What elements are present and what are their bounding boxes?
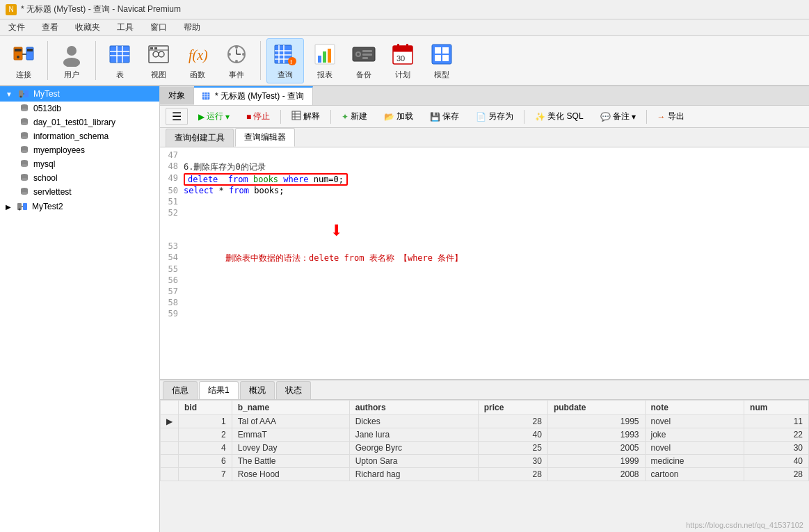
sidebar-db-information[interactable]: information_schema: [0, 129, 159, 143]
editor-line-57: 57: [163, 287, 806, 298]
query-tab-icon: [202, 92, 212, 101]
backup-icon: [351, 42, 376, 67]
tab-query-label: * 无标题 (MyTest) - 查询: [215, 90, 304, 102]
toolbar-view[interactable]: 视图: [141, 39, 177, 83]
col-header-num[interactable]: num: [744, 401, 809, 415]
toolbar-query[interactable]: ! 查询: [266, 38, 304, 83]
new-button[interactable]: ✦ 新建: [335, 108, 374, 124]
tab-bar: 对象 * 无标题 (MyTest) - 查询: [160, 86, 809, 106]
results-tab-result1[interactable]: 结果1: [199, 381, 239, 399]
cell-authors: George Byrc: [349, 442, 478, 455]
db-icon-information: [19, 131, 29, 141]
results-tab-info[interactable]: 信息: [163, 381, 198, 399]
results-tab-status-label: 状态: [285, 385, 302, 395]
results-table: bid b_name authors price pubdate note nu…: [160, 400, 809, 481]
editor-line-59: 59: [163, 309, 806, 320]
table-row: 7 Rose Hood Richard hag 28 2008 cartoon …: [161, 468, 809, 481]
sidebar-db-school[interactable]: school: [0, 171, 159, 185]
menu-window[interactable]: 窗口: [147, 20, 170, 35]
main-toolbar: 连接 用户 表: [0, 36, 809, 86]
toolbar-backup[interactable]: 备份: [346, 39, 382, 83]
results-tab-status[interactable]: 状态: [276, 381, 311, 399]
col-header-bid[interactable]: bid: [179, 401, 232, 415]
svg-point-72: [21, 136, 28, 139]
toolbar-model[interactable]: 模型: [424, 39, 460, 83]
comment-button[interactable]: 💬 备注 ▾: [594, 108, 642, 124]
sidebar: ▼ MyTest 0513db day_01_te: [0, 86, 160, 532]
svg-rect-44: [362, 57, 368, 59]
toolbar-function[interactable]: f(x) 函数: [179, 39, 216, 83]
editor-line-51: 51: [163, 197, 806, 208]
beautify-icon: ✨: [535, 112, 545, 122]
sidebar-db-myemployees[interactable]: myemployees: [0, 143, 159, 157]
toolbar-connect-label: 连接: [16, 70, 31, 80]
cell-bid: 7: [179, 468, 232, 481]
svg-rect-1: [15, 49, 22, 51]
svg-rect-17: [150, 47, 153, 49]
cell-bid: 4: [179, 442, 232, 455]
col-header-authors[interactable]: authors: [349, 401, 478, 415]
toolbar-report[interactable]: 报表: [307, 39, 343, 83]
menu-file[interactable]: 文件: [6, 20, 28, 35]
editor-line-49: 49 delete from books where num=0;: [163, 173, 806, 186]
col-header-pubdate[interactable]: pubdate: [547, 401, 645, 415]
tab-objects[interactable]: 对象: [160, 87, 194, 104]
sidebar-mytest2[interactable]: ▶ MyTest2: [0, 199, 159, 214]
save-button[interactable]: 💾 保存: [424, 108, 465, 124]
menu-help[interactable]: 帮助: [181, 20, 203, 35]
toolbar-schedule[interactable]: 30 计划: [385, 39, 421, 83]
hamburger-menu-button[interactable]: ☰: [166, 108, 188, 125]
tab-query[interactable]: * 无标题 (MyTest) - 查询: [194, 86, 313, 105]
menu-view[interactable]: 查看: [39, 20, 61, 35]
svg-point-75: [21, 150, 28, 153]
cell-price: 30: [478, 455, 547, 468]
menu-tools[interactable]: 工具: [114, 20, 136, 35]
menu-favorites[interactable]: 收藏夹: [72, 20, 103, 35]
toolbar-model-label: 模型: [434, 70, 449, 80]
stop-button[interactable]: ■ 停止: [240, 108, 276, 124]
table-icon: [107, 42, 132, 67]
load-button[interactable]: 📂 加载: [378, 108, 419, 124]
sidebar-mytest[interactable]: ▼ MyTest: [0, 86, 159, 102]
save-as-button[interactable]: 📄 另存为: [470, 108, 520, 124]
svg-point-84: [21, 192, 28, 195]
cell-num: 11: [744, 415, 809, 428]
mytest-expand-arrow: ▼: [6, 90, 13, 98]
cell-authors: Jane lura: [349, 428, 478, 442]
col-header-bname[interactable]: b_name: [232, 401, 349, 415]
svg-rect-94: [292, 111, 301, 120]
sidebar-db-0513[interactable]: 0513db: [0, 102, 159, 115]
load-label: 加载: [397, 111, 413, 122]
db-label-day01: day_01_test01_library: [33, 118, 115, 127]
qtool-sep-3: [524, 110, 524, 124]
toolbar-connect[interactable]: 连接: [6, 39, 42, 83]
svg-rect-89: [202, 92, 209, 99]
code-editor[interactable]: 47 48 6.删除库存为0的记录 49 delete from books: [160, 147, 809, 379]
cell-bid: 6: [179, 455, 232, 468]
svg-point-14: [153, 51, 159, 57]
new-label: 新建: [351, 111, 367, 122]
run-button[interactable]: ▶ 运行 ▾: [192, 108, 236, 124]
beautify-button[interactable]: ✨ 美化 SQL: [529, 108, 589, 124]
col-header-note[interactable]: note: [645, 401, 744, 415]
sidebar-db-servlettest[interactable]: servlettest: [0, 185, 159, 199]
sidebar-db-day01[interactable]: day_01_test01_library: [0, 115, 159, 129]
toolbar-table[interactable]: 表: [102, 39, 138, 83]
results-tab-info-label: 信息: [172, 385, 189, 395]
sidebar-db-mysql[interactable]: mysql: [0, 157, 159, 171]
explain-button[interactable]: 解释: [285, 108, 326, 124]
editor-line-58: 58: [163, 298, 806, 309]
sub-tab-builder[interactable]: 查询创建工具: [166, 129, 234, 147]
toolbar-user[interactable]: 用户: [54, 39, 90, 83]
stop-label: 停止: [253, 111, 270, 122]
export-button[interactable]: → 导出: [651, 108, 691, 124]
editor-content: 47 48 6.删除库存为0的记录 49 delete from books: [163, 150, 806, 320]
sub-tab-editor[interactable]: 查询编辑器: [235, 128, 295, 147]
qtool-sep-2: [330, 110, 331, 124]
toolbar-function-label: 函数: [190, 70, 205, 80]
cell-bname: Tal of AAA: [232, 415, 349, 428]
col-header-price[interactable]: price: [478, 401, 547, 415]
toolbar-event[interactable]: 事件: [218, 39, 255, 83]
results-tab-overview[interactable]: 概况: [240, 381, 275, 399]
cell-note: novel: [645, 415, 744, 428]
